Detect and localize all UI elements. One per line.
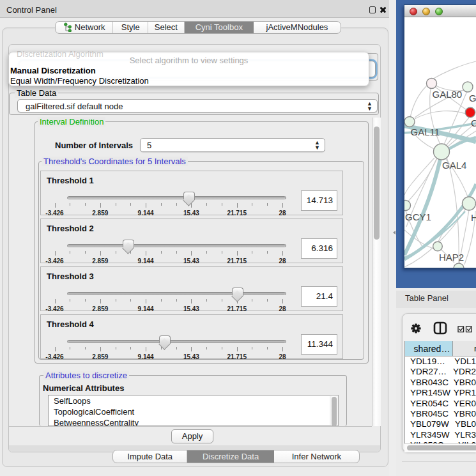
svg-text:C: C [471,118,476,128]
svg-text:H: H [471,212,476,223]
svg-text:GCY1: GCY1 [405,211,431,222]
svg-text:GAL80: GAL80 [433,89,463,100]
svg-text:GAL11: GAL11 [411,127,440,137]
svg-text:GA: GA [469,93,476,104]
svg-text:HAP2: HAP2 [439,252,464,263]
svg-text:GAL4: GAL4 [442,160,466,171]
